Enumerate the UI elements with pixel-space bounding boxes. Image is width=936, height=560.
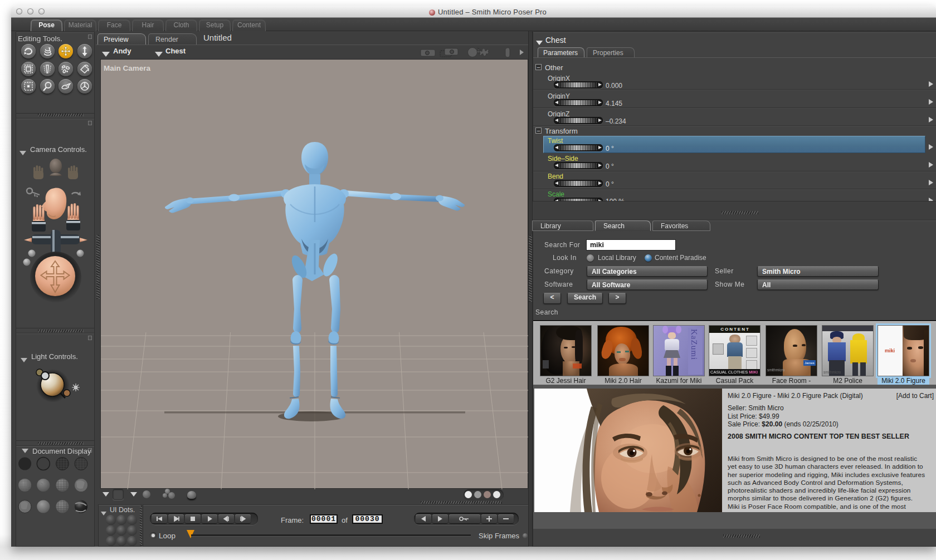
svg-text:Main Camera: Main Camera <box>104 64 151 72</box>
